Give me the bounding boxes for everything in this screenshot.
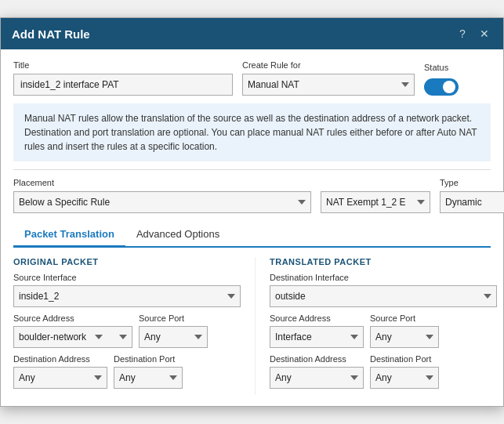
orig-addr-port-row: Source Address boulder-network any <box>13 313 241 348</box>
orig-src-port-field: Source Port Any <box>139 313 208 348</box>
tab-packet-translation[interactable]: Packet Translation <box>13 223 125 248</box>
orig-dst-port-field: Destination Port Any <box>114 354 183 389</box>
orig-src-addr-combo: boulder-network any <box>13 326 132 348</box>
trans-dst-port-label: Destination Port <box>370 354 439 364</box>
status-field-group: Status <box>424 63 459 96</box>
info-box: Manual NAT rules allow the translation o… <box>13 103 491 161</box>
translated-packet-title: TRANSLATED PACKET <box>270 257 497 266</box>
dialog-title: Add NAT Rule <box>12 27 90 41</box>
title-input[interactable] <box>13 74 233 96</box>
help-icon[interactable]: ? <box>455 26 470 42</box>
orig-src-addr-label: Source Address <box>13 313 132 323</box>
trans-dst-addr-field: Destination Address Any <box>270 354 364 389</box>
trans-src-port-select[interactable]: Any <box>370 326 439 348</box>
create-rule-field-group: Create Rule for Manual NAT Auto NAT <box>242 60 415 96</box>
trans-src-addr-select[interactable]: Interface any <box>270 326 364 348</box>
placement-label: Placement <box>13 178 311 187</box>
title-field-group: Title <box>13 60 233 96</box>
orig-dst-addr-select[interactable]: Any <box>13 367 107 389</box>
placement-row: Placement Below a Specific Rule Above a … <box>13 178 491 213</box>
packet-translation-area: ORIGINAL PACKET Source Interface inside1… <box>13 257 491 395</box>
separator <box>13 169 491 170</box>
dialog-header: Add NAT Rule ? ✕ <box>1 18 503 49</box>
trans-dst-addr-label: Destination Address <box>270 354 364 364</box>
toggle-slider <box>424 78 459 96</box>
nat-exempt-select[interactable]: NAT Exempt 1_2 E <box>321 191 430 213</box>
orig-src-addr-select[interactable]: boulder-network any <box>13 326 107 348</box>
trans-dst-addr-select[interactable]: Any <box>270 367 364 389</box>
tabs: Packet Translation Advanced Options <box>13 223 491 248</box>
orig-src-addr-field: Source Address boulder-network any <box>13 313 132 348</box>
orig-dst-port-label: Destination Port <box>114 354 183 364</box>
status-label: Status <box>424 63 459 72</box>
trans-dst-row: Destination Address Any Destination Port… <box>270 354 497 389</box>
nat-exempt-field-group: NAT Exempt 1_2 E <box>321 191 430 213</box>
add-nat-rule-dialog: Add NAT Rule ? ✕ Title Create Rule for M… <box>0 17 504 407</box>
create-rule-select[interactable]: Manual NAT Auto NAT <box>242 74 415 96</box>
dialog-body: Title Create Rule for Manual NAT Auto NA… <box>1 49 503 406</box>
placement-select[interactable]: Below a Specific Rule Above a Specific R… <box>13 191 311 213</box>
placement-field-group: Placement Below a Specific Rule Above a … <box>13 178 311 213</box>
type-select[interactable]: Dynamic Static Dynamic PAT <box>440 191 504 213</box>
top-row: Title Create Rule for Manual NAT Auto NA… <box>13 60 491 96</box>
trans-addr-port-row: Source Address Interface any Source Port… <box>270 313 497 348</box>
trans-dst-port-field: Destination Port Any <box>370 354 439 389</box>
orig-src-iface-select[interactable]: inside1_2 outside any <box>13 285 241 307</box>
original-packet-col: ORIGINAL PACKET Source Interface inside1… <box>13 257 255 395</box>
trans-dst-iface-select[interactable]: outside inside1_2 any <box>270 285 497 307</box>
orig-dst-row: Destination Address Any Destination Port… <box>13 354 241 389</box>
translated-packet-col: TRANSLATED PACKET Destination Interface … <box>255 257 497 395</box>
trans-src-port-label: Source Port <box>370 313 439 323</box>
orig-dst-addr-label: Destination Address <box>13 354 107 364</box>
title-label: Title <box>13 60 233 70</box>
trans-dst-iface-label: Destination Interface <box>270 273 497 282</box>
header-icons: ? ✕ <box>455 26 492 42</box>
orig-dst-port-select[interactable]: Any <box>114 367 183 389</box>
original-packet-title: ORIGINAL PACKET <box>13 257 241 266</box>
orig-src-port-label: Source Port <box>139 313 208 323</box>
trans-dst-port-select[interactable]: Any <box>370 367 439 389</box>
close-icon[interactable]: ✕ <box>477 26 492 42</box>
type-field-group: Type Dynamic Static Dynamic PAT <box>440 178 504 213</box>
orig-src-iface-label: Source Interface <box>13 273 241 282</box>
trans-src-addr-label: Source Address <box>270 313 364 323</box>
orig-src-addr-chevron[interactable] <box>107 326 132 348</box>
trans-dst-iface-field: Destination Interface outside inside1_2 … <box>270 273 497 307</box>
trans-src-addr-field: Source Address Interface any <box>270 313 364 348</box>
create-rule-label: Create Rule for <box>242 60 415 70</box>
tab-advanced-options[interactable]: Advanced Options <box>125 223 230 248</box>
status-toggle[interactable] <box>424 78 459 96</box>
type-label: Type <box>440 178 504 187</box>
orig-dst-addr-field: Destination Address Any <box>13 354 107 389</box>
orig-src-port-select[interactable]: Any <box>139 326 208 348</box>
orig-src-iface-field: Source Interface inside1_2 outside any <box>13 273 241 307</box>
trans-src-port-field: Source Port Any <box>370 313 439 348</box>
